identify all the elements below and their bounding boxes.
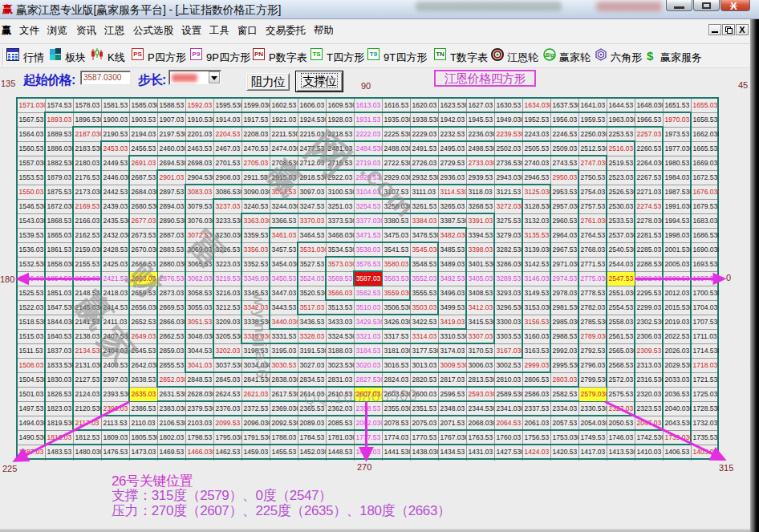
svg-text:Big: Big [546, 52, 555, 59]
